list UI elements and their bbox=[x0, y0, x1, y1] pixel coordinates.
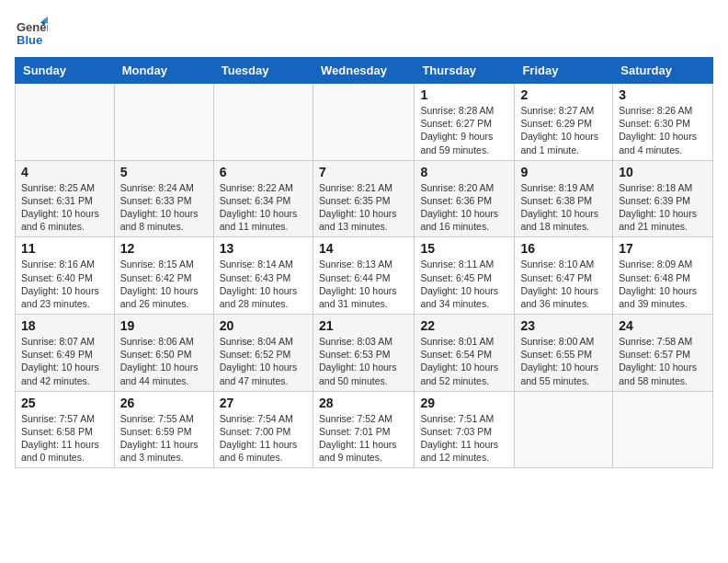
calendar-cell: 12Sunrise: 8:15 AMSunset: 6:42 PMDayligh… bbox=[114, 237, 213, 315]
calendar-cell bbox=[515, 391, 613, 468]
calendar-week-row: 4Sunrise: 8:25 AMSunset: 6:31 PMDaylight… bbox=[16, 160, 713, 237]
day-number: 21 bbox=[319, 318, 408, 333]
calendar-cell: 5Sunrise: 8:24 AMSunset: 6:33 PMDaylight… bbox=[114, 160, 213, 237]
calendar-cell: 3Sunrise: 8:26 AMSunset: 6:30 PMDaylight… bbox=[613, 84, 713, 161]
weekday-header: Tuesday bbox=[213, 58, 313, 84]
calendar-cell: 21Sunrise: 8:03 AMSunset: 6:53 PMDayligh… bbox=[313, 315, 414, 392]
calendar-cell bbox=[114, 84, 213, 161]
day-number: 16 bbox=[520, 241, 607, 256]
day-info: Sunrise: 7:55 AMSunset: 6:59 PMDaylight:… bbox=[120, 412, 208, 465]
logo: General Blue bbox=[15, 15, 48, 48]
day-number: 9 bbox=[520, 165, 607, 179]
calendar-cell: 18Sunrise: 8:07 AMSunset: 6:49 PMDayligh… bbox=[16, 315, 115, 392]
day-info: Sunrise: 8:18 AMSunset: 6:39 PMDaylight:… bbox=[619, 181, 707, 234]
day-info: Sunrise: 8:19 AMSunset: 6:38 PMDaylight:… bbox=[520, 181, 607, 234]
calendar-cell: 16Sunrise: 8:10 AMSunset: 6:47 PMDayligh… bbox=[515, 237, 613, 315]
day-info: Sunrise: 8:27 AMSunset: 6:29 PMDaylight:… bbox=[520, 104, 607, 156]
day-number: 22 bbox=[420, 318, 508, 333]
day-info: Sunrise: 8:04 AMSunset: 6:52 PMDaylight:… bbox=[220, 335, 307, 387]
day-info: Sunrise: 7:58 AMSunset: 6:57 PMDaylight:… bbox=[619, 335, 707, 387]
day-info: Sunrise: 8:28 AMSunset: 6:27 PMDaylight:… bbox=[420, 104, 508, 156]
calendar-cell bbox=[16, 84, 115, 161]
weekday-header: Wednesday bbox=[313, 58, 414, 84]
calendar-cell: 24Sunrise: 7:58 AMSunset: 6:57 PMDayligh… bbox=[613, 315, 713, 392]
day-number: 10 bbox=[619, 165, 707, 179]
day-info: Sunrise: 8:07 AMSunset: 6:49 PMDaylight:… bbox=[21, 335, 108, 387]
day-info: Sunrise: 8:00 AMSunset: 6:55 PMDaylight:… bbox=[520, 335, 607, 387]
day-info: Sunrise: 7:52 AMSunset: 7:01 PMDaylight:… bbox=[319, 412, 408, 465]
calendar-cell bbox=[613, 391, 713, 468]
day-number: 25 bbox=[21, 396, 108, 410]
calendar-cell: 15Sunrise: 8:11 AMSunset: 6:45 PMDayligh… bbox=[415, 237, 515, 315]
day-number: 4 bbox=[21, 165, 108, 179]
day-number: 12 bbox=[120, 241, 208, 256]
calendar-cell: 26Sunrise: 7:55 AMSunset: 6:59 PMDayligh… bbox=[114, 391, 213, 468]
calendar-cell: 9Sunrise: 8:19 AMSunset: 6:38 PMDaylight… bbox=[515, 160, 613, 237]
day-info: Sunrise: 8:25 AMSunset: 6:31 PMDaylight:… bbox=[21, 181, 108, 234]
day-info: Sunrise: 8:11 AMSunset: 6:45 PMDaylight:… bbox=[420, 258, 508, 310]
calendar-cell: 2Sunrise: 8:27 AMSunset: 6:29 PMDaylight… bbox=[515, 84, 613, 161]
day-info: Sunrise: 7:51 AMSunset: 7:03 PMDaylight:… bbox=[420, 412, 508, 465]
day-number: 28 bbox=[319, 396, 408, 410]
day-number: 17 bbox=[619, 241, 707, 256]
day-number: 11 bbox=[21, 241, 108, 256]
day-number: 1 bbox=[420, 87, 508, 102]
day-number: 6 bbox=[220, 165, 307, 179]
calendar-cell: 7Sunrise: 8:21 AMSunset: 6:35 PMDaylight… bbox=[313, 160, 414, 237]
calendar-cell: 11Sunrise: 8:16 AMSunset: 6:40 PMDayligh… bbox=[16, 237, 115, 315]
day-number: 15 bbox=[420, 241, 508, 256]
day-number: 23 bbox=[520, 318, 607, 333]
weekday-header-row: SundayMondayTuesdayWednesdayThursdayFrid… bbox=[16, 58, 713, 84]
calendar-cell: 19Sunrise: 8:06 AMSunset: 6:50 PMDayligh… bbox=[114, 315, 213, 392]
calendar-cell: 14Sunrise: 8:13 AMSunset: 6:44 PMDayligh… bbox=[313, 237, 414, 315]
weekday-header: Sunday bbox=[16, 58, 115, 84]
calendar-cell: 23Sunrise: 8:00 AMSunset: 6:55 PMDayligh… bbox=[515, 315, 613, 392]
calendar-cell: 17Sunrise: 8:09 AMSunset: 6:48 PMDayligh… bbox=[613, 237, 713, 315]
day-number: 26 bbox=[120, 396, 208, 410]
weekday-header: Thursday bbox=[415, 58, 515, 84]
calendar-cell bbox=[213, 84, 313, 161]
day-info: Sunrise: 8:14 AMSunset: 6:43 PMDaylight:… bbox=[220, 258, 307, 310]
weekday-header: Monday bbox=[114, 58, 213, 84]
day-info: Sunrise: 8:09 AMSunset: 6:48 PMDaylight:… bbox=[619, 258, 707, 310]
weekday-header: Saturday bbox=[613, 58, 713, 84]
day-info: Sunrise: 8:24 AMSunset: 6:33 PMDaylight:… bbox=[120, 181, 208, 234]
calendar-cell: 10Sunrise: 8:18 AMSunset: 6:39 PMDayligh… bbox=[613, 160, 713, 237]
page-header: General Blue bbox=[15, 15, 713, 48]
calendar-week-row: 25Sunrise: 7:57 AMSunset: 6:58 PMDayligh… bbox=[16, 391, 713, 468]
day-info: Sunrise: 8:20 AMSunset: 6:36 PMDaylight:… bbox=[420, 181, 508, 234]
day-info: Sunrise: 8:01 AMSunset: 6:54 PMDaylight:… bbox=[420, 335, 508, 387]
day-number: 27 bbox=[220, 396, 307, 410]
day-number: 19 bbox=[120, 318, 208, 333]
weekday-header: Friday bbox=[515, 58, 613, 84]
day-number: 20 bbox=[220, 318, 307, 333]
day-number: 24 bbox=[619, 318, 707, 333]
calendar-cell: 4Sunrise: 8:25 AMSunset: 6:31 PMDaylight… bbox=[16, 160, 115, 237]
calendar-cell: 28Sunrise: 7:52 AMSunset: 7:01 PMDayligh… bbox=[313, 391, 414, 468]
calendar-cell: 13Sunrise: 8:14 AMSunset: 6:43 PMDayligh… bbox=[213, 237, 313, 315]
calendar-cell: 22Sunrise: 8:01 AMSunset: 6:54 PMDayligh… bbox=[415, 315, 515, 392]
calendar-cell: 27Sunrise: 7:54 AMSunset: 7:00 PMDayligh… bbox=[213, 391, 313, 468]
day-number: 13 bbox=[220, 241, 307, 256]
calendar-cell bbox=[313, 84, 414, 161]
calendar-cell: 6Sunrise: 8:22 AMSunset: 6:34 PMDaylight… bbox=[213, 160, 313, 237]
calendar-cell: 1Sunrise: 8:28 AMSunset: 6:27 PMDaylight… bbox=[415, 84, 515, 161]
day-info: Sunrise: 8:06 AMSunset: 6:50 PMDaylight:… bbox=[120, 335, 208, 387]
calendar-week-row: 18Sunrise: 8:07 AMSunset: 6:49 PMDayligh… bbox=[16, 315, 713, 392]
day-info: Sunrise: 8:03 AMSunset: 6:53 PMDaylight:… bbox=[319, 335, 408, 387]
calendar-week-row: 1Sunrise: 8:28 AMSunset: 6:27 PMDaylight… bbox=[16, 84, 713, 161]
day-info: Sunrise: 7:57 AMSunset: 6:58 PMDaylight:… bbox=[21, 412, 108, 465]
day-number: 18 bbox=[21, 318, 108, 333]
day-info: Sunrise: 8:15 AMSunset: 6:42 PMDaylight:… bbox=[120, 258, 208, 310]
calendar-cell: 20Sunrise: 8:04 AMSunset: 6:52 PMDayligh… bbox=[213, 315, 313, 392]
calendar-cell: 25Sunrise: 7:57 AMSunset: 6:58 PMDayligh… bbox=[16, 391, 115, 468]
svg-text:Blue: Blue bbox=[17, 33, 42, 47]
day-info: Sunrise: 8:10 AMSunset: 6:47 PMDaylight:… bbox=[520, 258, 607, 310]
day-number: 29 bbox=[420, 396, 508, 410]
day-info: Sunrise: 8:21 AMSunset: 6:35 PMDaylight:… bbox=[319, 181, 408, 234]
calendar-cell: 29Sunrise: 7:51 AMSunset: 7:03 PMDayligh… bbox=[415, 391, 515, 468]
day-number: 14 bbox=[319, 241, 408, 256]
day-info: Sunrise: 8:16 AMSunset: 6:40 PMDaylight:… bbox=[21, 258, 108, 310]
calendar-cell: 8Sunrise: 8:20 AMSunset: 6:36 PMDaylight… bbox=[415, 160, 515, 237]
calendar-table: SundayMondayTuesdayWednesdayThursdayFrid… bbox=[15, 57, 713, 468]
